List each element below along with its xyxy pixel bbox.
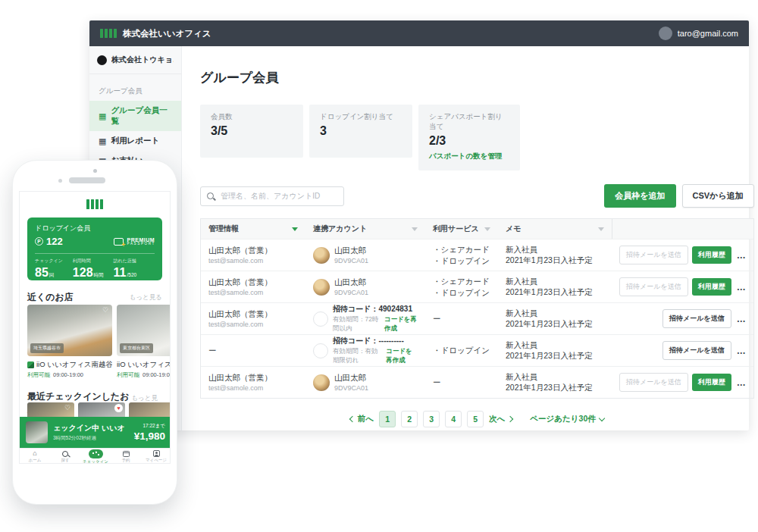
more-actions-button[interactable]: …	[735, 282, 747, 293]
shop-photo: 東京都台東区	[117, 305, 171, 356]
active-checkin-bar[interactable]: ェックイン中 いいオ 3時間52分02秒経過 17:22まで ¥1,980	[20, 417, 171, 448]
building-icon: ▦	[99, 137, 106, 146]
page: 株式会社いいオフィス taro@gmail.com 株式会社トウキョ… グループ…	[0, 0, 758, 532]
next-page-button[interactable]: 次へ	[489, 414, 512, 424]
actions-cell: 招待メールを送信 …	[612, 341, 753, 360]
premium-passport-badge[interactable]: PREMIUM PASSPORT	[114, 237, 155, 246]
more-actions-button[interactable]: …	[735, 377, 747, 388]
chevron-right-icon	[507, 416, 513, 422]
page-button-5[interactable]: 5	[467, 411, 484, 427]
nav-checkin[interactable]: チェックイン	[80, 449, 111, 464]
account-cell: 山田太郎 9DV9CA01	[305, 373, 425, 392]
page-button-2[interactable]: 2	[401, 411, 418, 427]
manage-passports-link[interactable]: パスポートの数を管理	[429, 152, 509, 161]
send-invite-button[interactable]: 招待メールを送信	[619, 277, 688, 296]
stat-cards: 会員数 3/5 ドロップイン割り当て 3 シェアパスポート割り当て 2/3 パス…	[200, 105, 754, 171]
send-invite-button[interactable]: 招待メールを送信	[662, 341, 731, 360]
member-name: 山田太郎（営業）	[208, 277, 298, 288]
table-row: 山田太郎（営業） test@samole.com 山田太郎 9DV9CA01	[201, 239, 753, 271]
account-menu[interactable]: taro@gmail.com	[659, 27, 738, 40]
sidebar-item-group-members[interactable]: ▦ グループ会員一覧	[89, 101, 181, 131]
search-icon	[207, 192, 214, 199]
usage-history-button[interactable]: 利用履歴	[692, 278, 731, 296]
page-button-4[interactable]: 4	[445, 411, 462, 427]
column-actions	[612, 219, 753, 239]
member-name: 山田太郎（営業）	[208, 373, 298, 383]
services-cell: ・ドロップイン	[425, 345, 498, 355]
column-services[interactable]: 利用サービス	[425, 219, 498, 239]
column-linked-account[interactable]: 連携アカウント	[305, 219, 425, 239]
send-invite-button[interactable]: 招待メールを送信	[619, 373, 688, 392]
more-actions-button[interactable]: …	[735, 346, 747, 356]
page-button-3[interactable]: 3	[423, 411, 440, 427]
invite-code: 招待コード：----------	[333, 336, 418, 346]
manage-info-cell: 山田太郎（営業） test@samole.com	[201, 373, 305, 392]
stat-visited-shops: 訪れた店舗 11 /520	[114, 258, 137, 280]
shop-status: 利用可能	[27, 371, 50, 379]
table-row: 山田太郎（営業） test@samole.com 山田太郎 9DV9CA01	[201, 366, 753, 398]
card-divider	[35, 253, 155, 254]
sidebar-item-label: グループ会員一覧	[111, 105, 172, 127]
account-name: 山田太郎	[334, 373, 368, 383]
nearby-more-link[interactable]: もっと見る	[130, 293, 162, 302]
nearby-shops-list: ♡ 埼玉県越谷市 iiO いいオフィス南越谷 利用可能 09:00-19:00 …	[27, 305, 171, 379]
phone-speaker	[69, 177, 105, 183]
main-content: グループ会員 会員数 3/5 ドロップイン割り当て 3 シェアパスポート割り当て…	[182, 46, 758, 430]
send-invite-button[interactable]: 招待メールを送信	[662, 309, 731, 328]
phone-screen: ドロップイン会員 P 122 PREMIUM PASSPORT チェックイン	[19, 191, 171, 464]
account-id: 9DV9CA01	[334, 257, 368, 264]
user-avatar[interactable]	[659, 27, 672, 40]
csv-import-button[interactable]: CSVから追加	[682, 184, 754, 208]
add-member-button[interactable]: 会員枠を追加	[604, 184, 675, 208]
checkin-price: ¥1,980	[134, 430, 165, 442]
favorite-heart-icon[interactable]: ♡	[64, 405, 70, 412]
member-email: test@samole.com	[208, 384, 298, 392]
more-actions-button[interactable]: …	[735, 250, 747, 261]
search-box[interactable]	[200, 186, 344, 206]
sidebar-item-usage-report[interactable]: ▦ 利用レポート	[89, 131, 181, 151]
sort-icon[interactable]	[292, 227, 298, 231]
org-name: 株式会社トウキョ…	[111, 55, 174, 65]
send-invite-button[interactable]: 招待メールを送信	[619, 246, 688, 264]
search-input[interactable]	[219, 191, 337, 201]
services-cell: ・シェアカード ・ドロップイン	[425, 244, 498, 265]
filter-icon[interactable]	[412, 227, 418, 231]
favorited-heart-icon[interactable]: ♥	[114, 404, 123, 412]
stat-label: 会員数	[211, 112, 293, 122]
stat-passport-quota: シェアパスポート割り当て 2/3 パスポートの数を管理	[418, 105, 520, 171]
nav-mypage[interactable]: マイページ	[141, 449, 171, 464]
nav-search[interactable]: 探す	[50, 449, 80, 464]
column-manage-info[interactable]: 管理情報	[201, 219, 305, 239]
account-cell: 招待コード：---------- 有効期間：有効期限切れ コードを再作成	[305, 336, 425, 365]
prev-page-button[interactable]: 前へ	[350, 414, 374, 424]
area-chip: 東京都台東区	[120, 343, 153, 353]
table-row: 山田太郎（営業） test@samole.com 招待コード：49024831 …	[201, 302, 753, 334]
filter-icon[interactable]	[598, 227, 604, 231]
regenerate-code-link[interactable]: コードを再作成	[384, 315, 418, 333]
favorite-heart-icon[interactable]: ♡	[102, 307, 108, 314]
column-memo[interactable]: メモ	[498, 219, 612, 239]
nav-reserve[interactable]: 予約	[111, 449, 141, 464]
nav-home[interactable]: ⌂ ホーム	[20, 449, 50, 464]
actions-cell: 招待メールを送信 利用履歴 …	[612, 277, 753, 296]
shop-status: 利用可能	[117, 371, 139, 379]
usage-history-button[interactable]: 利用履歴	[692, 374, 731, 391]
member-type: ドロップイン会員	[35, 224, 155, 233]
code-validity: 有効期間：有効期限切れ	[333, 347, 382, 365]
regenerate-code-link[interactable]: コードを再作成	[386, 347, 418, 365]
org-avatar	[97, 55, 107, 65]
shop-card[interactable]: ♡ 埼玉県越谷市 iiO いいオフィス南越谷 利用可能 09:00-19:00	[27, 305, 112, 379]
services-cell: ー	[425, 377, 498, 387]
usage-history-button[interactable]: 利用履歴	[692, 246, 731, 264]
points-value: 122	[46, 236, 63, 247]
points-icon: P	[35, 237, 43, 246]
shop-card[interactable]: 東京都台東区 iiO いいオフィス南越 利用可能 09:00-19:00	[117, 305, 171, 379]
filter-icon[interactable]	[484, 227, 490, 231]
stat-dropin-quota: ドロップイン割り当て 3	[309, 105, 412, 158]
more-actions-button[interactable]: …	[735, 314, 747, 324]
org-switcher[interactable]: 株式会社トウキョ…	[89, 46, 181, 74]
per-page-selector[interactable]: ページあたり30件	[530, 414, 603, 424]
page-button-1[interactable]: 1	[379, 411, 396, 427]
phone-camera	[93, 169, 97, 173]
stat-value: 2/3	[429, 134, 509, 148]
